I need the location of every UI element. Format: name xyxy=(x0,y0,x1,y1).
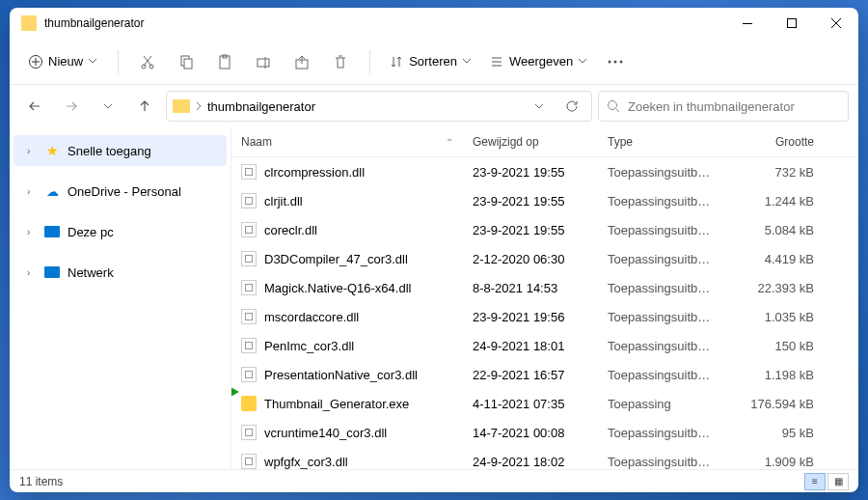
file-date: 14-7-2021 00:08 xyxy=(463,426,598,440)
chevron-down-icon xyxy=(89,59,96,64)
file-row[interactable]: PenImc_cor3.dll24-9-2021 18:01Toepassing… xyxy=(231,331,858,360)
address-dropdown[interactable] xyxy=(526,93,553,120)
forward-button[interactable] xyxy=(56,91,87,122)
file-row[interactable]: coreclr.dll23-9-2021 19:55Toepassingsuit… xyxy=(231,215,858,244)
chevron-down-icon xyxy=(463,59,471,64)
new-button[interactable]: Nieuw xyxy=(19,48,106,74)
file-row[interactable]: Thumbnail_Generator.exe4-11-2021 07:35To… xyxy=(231,389,858,418)
sidebar-item-onedrive[interactable]: › ☁ OneDrive - Personal xyxy=(14,176,227,207)
item-count: 11 items xyxy=(19,475,63,488)
chevron-down-icon xyxy=(579,59,586,64)
window-controls xyxy=(725,8,858,39)
rename-button[interactable] xyxy=(246,44,281,79)
up-button[interactable] xyxy=(129,91,160,122)
svg-rect-1 xyxy=(788,19,797,28)
share-button[interactable] xyxy=(285,44,319,79)
file-row[interactable]: mscordaccore.dll23-9-2021 19:56Toepassin… xyxy=(231,302,858,331)
file-type: Toepassingsuitbreidi... xyxy=(598,310,723,324)
cut-icon xyxy=(140,54,155,69)
paste-button[interactable] xyxy=(207,44,242,79)
dll-icon xyxy=(241,367,257,382)
refresh-icon xyxy=(565,99,579,113)
share-icon xyxy=(294,54,310,69)
svg-point-13 xyxy=(620,60,623,63)
sidebar-item-this-pc[interactable]: › Deze pc xyxy=(14,216,227,247)
file-row[interactable]: clrjit.dll23-9-2021 19:55Toepassingsuitb… xyxy=(231,186,858,215)
dll-icon xyxy=(241,222,257,237)
arrow-up-icon xyxy=(138,99,151,113)
titlebar[interactable]: thumbnailgenerator xyxy=(10,8,858,39)
file-name: PenImc_cor3.dll xyxy=(264,339,354,353)
chevron-right-icon[interactable]: › xyxy=(27,186,37,197)
file-row[interactable]: PresentationNative_cor3.dll22-9-2021 16:… xyxy=(231,360,858,389)
folder-icon xyxy=(21,15,37,31)
trash-icon xyxy=(333,54,348,69)
sort-button[interactable]: Sorteren xyxy=(382,48,478,74)
sidebar-label: Snelle toegang xyxy=(68,144,151,158)
copy-button[interactable] xyxy=(169,44,203,79)
file-name: coreclr.dll xyxy=(264,223,317,237)
svg-point-11 xyxy=(609,60,611,63)
chevron-right-icon[interactable]: › xyxy=(27,146,37,156)
navbar: thumbnailgenerator Zoeken in thumbnailge… xyxy=(10,85,858,127)
body: › ★ Snelle toegang › ☁ OneDrive - Person… xyxy=(10,127,858,469)
file-list[interactable]: clrcompression.dll23-9-2021 19:55Toepass… xyxy=(231,157,858,469)
sidebar-label: Netwerk xyxy=(68,265,114,280)
chevron-right-icon xyxy=(196,102,202,110)
column-headers: Naam⌃ Gewijzigd op Type Grootte xyxy=(231,127,858,157)
search-box[interactable]: Zoeken in thumbnailgenerator xyxy=(598,91,849,122)
sidebar-item-quick-access[interactable]: › ★ Snelle toegang xyxy=(14,135,227,166)
sort-label: Sorteren xyxy=(409,54,457,69)
column-type[interactable]: Type xyxy=(598,127,723,156)
file-row[interactable]: clrcompression.dll23-9-2021 19:55Toepass… xyxy=(231,157,858,186)
maximize-button[interactable] xyxy=(770,8,814,39)
close-button[interactable] xyxy=(814,8,858,39)
file-size: 150 kB xyxy=(723,339,824,353)
more-button[interactable] xyxy=(598,44,633,79)
chevron-right-icon[interactable]: › xyxy=(27,227,37,237)
minimize-button[interactable] xyxy=(725,8,770,39)
file-name: D3DCompiler_47_cor3.dll xyxy=(264,252,408,266)
monitor-icon xyxy=(44,224,60,239)
refresh-button[interactable] xyxy=(558,93,585,120)
view-label: Weergeven xyxy=(509,54,573,69)
sidebar: › ★ Snelle toegang › ☁ OneDrive - Person… xyxy=(10,127,231,469)
file-row[interactable]: vcruntime140_cor3.dll14-7-2021 00:08Toep… xyxy=(231,418,858,447)
sidebar-label: OneDrive - Personal xyxy=(68,184,181,199)
dll-icon xyxy=(241,280,257,295)
search-icon xyxy=(607,99,620,113)
file-size: 1.244 kB xyxy=(723,194,824,208)
sidebar-label: Deze pc xyxy=(68,225,114,239)
delete-button[interactable] xyxy=(323,44,358,79)
file-row[interactable]: Magick.Native-Q16-x64.dll8-8-2021 14:53T… xyxy=(231,273,858,302)
thumbnails-view-button[interactable]: ▦ xyxy=(827,473,849,490)
column-size[interactable]: Grootte xyxy=(723,127,824,156)
file-date: 4-11-2021 07:35 xyxy=(463,397,598,411)
arrow-right-icon xyxy=(65,99,78,113)
recent-button[interactable] xyxy=(93,91,123,122)
file-row[interactable]: D3DCompiler_47_cor3.dll2-12-2020 06:30To… xyxy=(231,244,858,273)
file-name: Thumbnail_Generator.exe xyxy=(264,397,409,411)
view-button[interactable]: Weergeven xyxy=(482,48,594,74)
ellipsis-icon xyxy=(608,60,623,64)
sidebar-item-network[interactable]: › Netwerk xyxy=(14,257,227,288)
file-pane: Naam⌃ Gewijzigd op Type Grootte clrcompr… xyxy=(231,127,858,469)
column-date[interactable]: Gewijzigd op xyxy=(463,127,598,156)
exe-icon xyxy=(241,396,257,411)
sort-icon xyxy=(390,55,403,69)
file-row[interactable]: wpfgfx_cor3.dll24-9-2021 18:02Toepassing… xyxy=(231,447,858,469)
dll-icon xyxy=(241,164,257,180)
search-placeholder: Zoeken in thumbnailgenerator xyxy=(628,99,795,114)
back-button[interactable] xyxy=(19,91,50,122)
file-name: vcruntime140_cor3.dll xyxy=(264,426,387,440)
chevron-right-icon[interactable]: › xyxy=(27,267,37,278)
file-size: 95 kB xyxy=(723,426,824,440)
address-bar[interactable]: thumbnailgenerator xyxy=(166,91,592,122)
file-size: 5.084 kB xyxy=(723,223,824,237)
dll-icon xyxy=(241,251,257,266)
plus-icon xyxy=(29,55,42,69)
column-name[interactable]: Naam⌃ xyxy=(231,127,463,156)
cut-button[interactable] xyxy=(130,44,165,79)
details-view-button[interactable]: ≡ xyxy=(804,473,826,490)
svg-point-14 xyxy=(609,101,617,110)
